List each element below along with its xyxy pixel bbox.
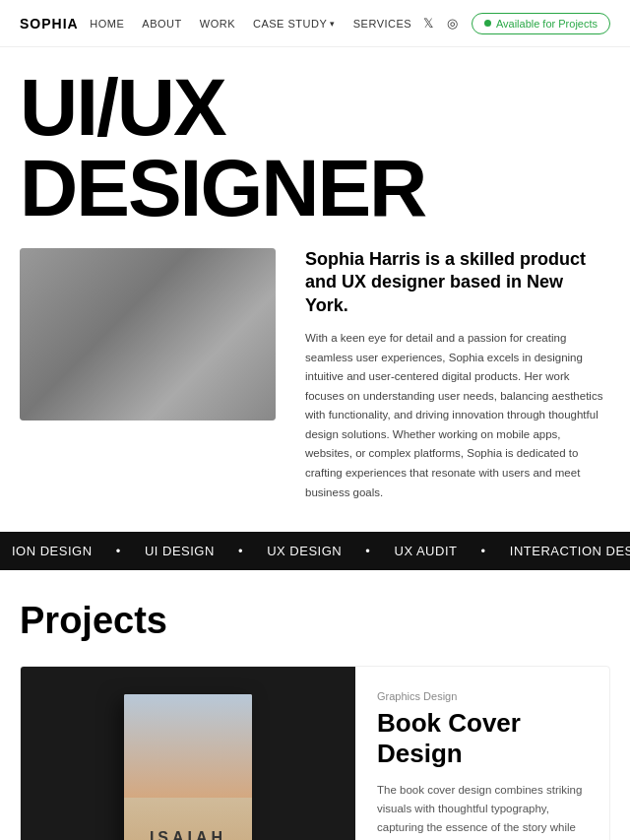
instagram-icon[interactable]: ◎ bbox=[447, 16, 458, 31]
hero-tagline: Sophia Harris is a skilled product and U… bbox=[305, 248, 610, 317]
projects-title: Projects bbox=[20, 600, 610, 642]
navbar-right: 𝕏 ◎ Available for Projects bbox=[423, 13, 610, 34]
hero-photo bbox=[20, 248, 276, 420]
nav-home[interactable]: HOME bbox=[90, 18, 124, 30]
hero-section: UI/UX DESIGNER Sophia Harris is a skille… bbox=[0, 47, 630, 532]
marquee-dot: • bbox=[481, 544, 486, 558]
marquee-item: ION DESIGN bbox=[12, 544, 93, 558]
project-desc-1: The book cover design combines striking … bbox=[377, 781, 588, 840]
hero-description: With a keen eye for detail and a passion… bbox=[305, 329, 610, 502]
available-badge[interactable]: Available for Projects bbox=[472, 13, 610, 34]
available-label: Available for Projects bbox=[496, 18, 598, 30]
hero-content: Sophia Harris is a skilled product and U… bbox=[20, 248, 610, 532]
marquee-item: INTERACTION DESIGN bbox=[510, 544, 630, 558]
project-info-1: Graphics Design Book Cover Design The bo… bbox=[355, 667, 609, 840]
available-dot bbox=[484, 20, 491, 27]
hero-image bbox=[20, 248, 276, 420]
book-cover: ISAIAH bbox=[124, 694, 252, 840]
marquee-dot: • bbox=[238, 544, 243, 558]
book-title: ISAIAH bbox=[150, 829, 226, 840]
projects-section: Projects ISAIAH Graphics Design Book Cov… bbox=[0, 570, 630, 840]
nav-about[interactable]: ABOUT bbox=[142, 18, 181, 30]
project-image-1: ISAIAH bbox=[21, 667, 355, 840]
nav-links: HOME ABOUT WORK CASE STUDY ▾ SERVICES bbox=[90, 18, 411, 30]
marquee-inner: ION DESIGN • UI DESIGN • UX DESIGN • UX … bbox=[0, 544, 630, 558]
chevron-down-icon: ▾ bbox=[330, 19, 336, 29]
marquee-item: UX AUDIT bbox=[395, 544, 458, 558]
marquee-strip: ION DESIGN • UI DESIGN • UX DESIGN • UX … bbox=[0, 532, 630, 570]
project-category-1: Graphics Design bbox=[377, 690, 588, 702]
nav-work[interactable]: WORK bbox=[200, 18, 235, 30]
project-card-1: ISAIAH Graphics Design Book Cover Design… bbox=[20, 666, 610, 840]
project-name-1: Book Cover Design bbox=[377, 708, 588, 769]
marquee-item: UI DESIGN bbox=[145, 544, 215, 558]
marquee-dot: • bbox=[116, 544, 121, 558]
nav-case-study[interactable]: CASE STUDY ▾ bbox=[253, 18, 336, 30]
hero-text: Sophia Harris is a skilled product and U… bbox=[305, 248, 610, 502]
twitter-icon[interactable]: 𝕏 bbox=[423, 16, 433, 31]
nav-services[interactable]: SERVICES bbox=[353, 18, 411, 30]
navbar: SOPHIA HOME ABOUT WORK CASE STUDY ▾ SERV… bbox=[0, 0, 630, 47]
marquee-dot: • bbox=[365, 544, 370, 558]
book-cover-wrap: ISAIAH bbox=[21, 667, 355, 840]
brand-logo[interactable]: SOPHIA bbox=[20, 16, 79, 32]
marquee-item: UX DESIGN bbox=[267, 544, 342, 558]
book-gradient bbox=[124, 694, 252, 798]
hero-title: UI/UX DESIGNER bbox=[20, 67, 610, 228]
